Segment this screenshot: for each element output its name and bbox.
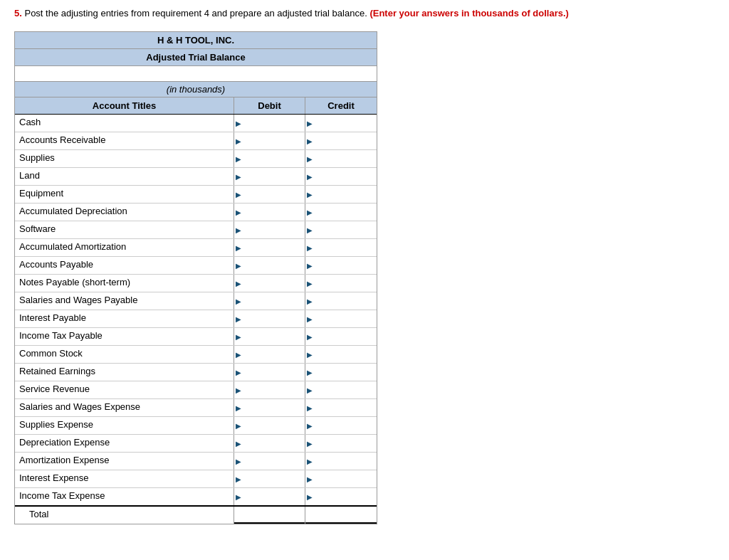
credit-input[interactable]: [305, 204, 377, 221]
credit-input[interactable]: [305, 132, 377, 149]
debit-input[interactable]: [234, 488, 305, 505]
debit-input[interactable]: [234, 221, 305, 238]
debit-cell: ▶: [234, 239, 305, 256]
table-row: Amortization Expense▶▶: [15, 453, 377, 470]
debit-cell: ▶: [234, 399, 305, 416]
debit-input[interactable]: [234, 275, 305, 292]
credit-cell: ▶: [305, 115, 377, 132]
credit-input[interactable]: [305, 310, 377, 327]
credit-input[interactable]: [305, 257, 377, 274]
credit-cell: ▶: [305, 453, 377, 470]
instruction-bold: (Enter your answers in thousands of doll…: [369, 8, 569, 19]
credit-cell: ▶: [305, 310, 377, 327]
credit-input[interactable]: [305, 150, 377, 167]
debit-input[interactable]: [234, 364, 305, 381]
instruction-text: 5. Post the adjusting entries from requi…: [14, 7, 715, 20]
debit-input[interactable]: [234, 239, 305, 256]
debit-input[interactable]: [234, 328, 305, 345]
credit-input[interactable]: [305, 275, 377, 292]
debit-input[interactable]: [234, 470, 305, 487]
debit-col-header: Debit: [234, 97, 305, 114]
account-cell: Salaries and Wages Payable: [15, 292, 234, 310]
debit-input[interactable]: [234, 115, 305, 132]
total-credit-input[interactable]: [305, 507, 377, 524]
account-cell: Service Revenue: [15, 381, 234, 398]
credit-input[interactable]: [305, 328, 377, 345]
debit-cell: ▶: [234, 275, 305, 292]
credit-input[interactable]: [305, 364, 377, 381]
table-row: Service Revenue▶▶: [15, 381, 377, 399]
debit-input[interactable]: [234, 186, 305, 203]
credit-cell: ▶: [305, 328, 377, 345]
debit-cell: ▶: [234, 488, 305, 505]
debit-input[interactable]: [234, 417, 305, 434]
debit-cell: ▶: [234, 132, 305, 149]
debit-input[interactable]: [234, 150, 305, 167]
total-label: Total: [15, 507, 234, 524]
debit-input[interactable]: [234, 292, 305, 310]
debit-cell: ▶: [234, 115, 305, 132]
debit-input[interactable]: [234, 399, 305, 416]
table-row: Common Stock▶▶: [15, 346, 377, 364]
debit-cell: ▶: [234, 328, 305, 345]
account-cell: Depreciation Expense: [15, 435, 234, 452]
debit-input[interactable]: [234, 381, 305, 398]
trial-balance-table: H & H TOOL, INC. Adjusted Trial Balance …: [14, 31, 377, 524]
credit-input[interactable]: [305, 115, 377, 132]
account-cell: Income Tax Expense: [15, 488, 234, 505]
debit-input[interactable]: [234, 435, 305, 452]
credit-cell: ▶: [305, 186, 377, 203]
account-cell: Equipment: [15, 186, 234, 203]
credit-input[interactable]: [305, 381, 377, 398]
debit-cell: ▶: [234, 168, 305, 185]
account-cell: Notes Payable (short-term): [15, 275, 234, 292]
debit-input[interactable]: [234, 346, 305, 363]
table-row: Supplies▶▶: [15, 150, 377, 168]
account-cell: Cash: [15, 115, 234, 132]
credit-input[interactable]: [305, 488, 377, 505]
credit-input[interactable]: [305, 346, 377, 363]
credit-input[interactable]: [305, 453, 377, 470]
credit-input[interactable]: [305, 399, 377, 416]
table-row: Supplies Expense▶▶: [15, 417, 377, 435]
table-title: Adjusted Trial Balance: [15, 49, 377, 66]
credit-cell: ▶: [305, 381, 377, 398]
table-row: Income Tax Payable▶▶: [15, 328, 377, 346]
account-cell: Supplies Expense: [15, 417, 234, 434]
credit-input[interactable]: [305, 186, 377, 203]
debit-input[interactable]: [234, 132, 305, 149]
table-row: Interest Expense▶▶: [15, 470, 377, 488]
credit-cell: ▶: [305, 346, 377, 363]
credit-input[interactable]: [305, 221, 377, 238]
debit-input[interactable]: [234, 204, 305, 221]
table-row: Accounts Payable▶▶: [15, 257, 377, 275]
credit-cell: ▶: [305, 488, 377, 505]
credit-col-header: Credit: [305, 97, 377, 114]
account-cell: Income Tax Payable: [15, 328, 234, 345]
debit-input[interactable]: [234, 257, 305, 274]
debit-cell: ▶: [234, 453, 305, 470]
credit-cell: ▶: [305, 292, 377, 310]
debit-cell: ▶: [234, 470, 305, 487]
credit-cell: ▶: [305, 168, 377, 185]
credit-input[interactable]: [305, 435, 377, 452]
credit-input[interactable]: [305, 239, 377, 256]
account-cell: Common Stock: [15, 346, 234, 363]
credit-input[interactable]: [305, 168, 377, 185]
account-cell: Salaries and Wages Expense: [15, 399, 234, 416]
credit-cell: ▶: [305, 221, 377, 238]
account-cell: Interest Expense: [15, 470, 234, 487]
credit-input[interactable]: [305, 417, 377, 434]
credit-cell: ▶: [305, 364, 377, 381]
account-cell: Interest Payable: [15, 310, 234, 327]
debit-cell: ▶: [234, 381, 305, 398]
credit-input[interactable]: [305, 292, 377, 310]
credit-input[interactable]: [305, 470, 377, 487]
debit-cell: ▶: [234, 435, 305, 452]
total-debit-input[interactable]: [234, 507, 305, 524]
credit-cell: ▶: [305, 132, 377, 149]
credit-cell: ▶: [305, 150, 377, 167]
debit-input[interactable]: [234, 168, 305, 185]
debit-input[interactable]: [234, 453, 305, 470]
debit-input[interactable]: [234, 310, 305, 327]
